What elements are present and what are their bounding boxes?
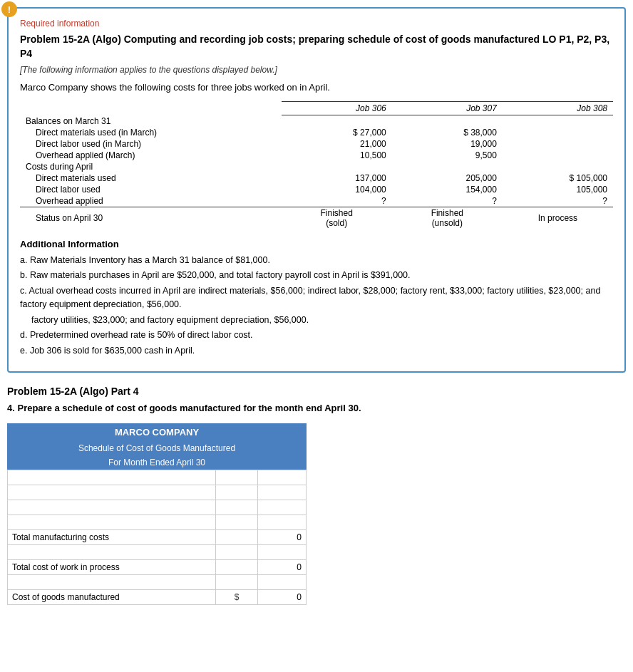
cell-j306: 137,000 bbox=[282, 172, 392, 184]
intro-text: Marco Company shows the following costs … bbox=[20, 82, 613, 93]
part-section: Problem 15-2A (Algo) Part 4 4. Prepare a… bbox=[7, 386, 626, 605]
schedule-row-1-value[interactable] bbox=[257, 470, 306, 485]
applies-text: [The following information applies to th… bbox=[20, 65, 613, 75]
schedule-row-6-value-input[interactable] bbox=[220, 577, 253, 587]
schedule-row-2-input[interactable] bbox=[216, 485, 258, 500]
cell-j306: 10,500 bbox=[282, 150, 392, 161]
cell-j307: ? bbox=[392, 195, 503, 207]
main-container: ! Required information Problem 15-2A (Al… bbox=[7, 7, 626, 373]
table-row: Direct materials used (in March) $ 27,00… bbox=[20, 127, 613, 138]
schedule-row-5-label-input[interactable] bbox=[12, 547, 211, 557]
cogm-label: Cost of goods manufactured bbox=[8, 589, 216, 604]
schedule-row-1-input[interactable] bbox=[216, 470, 258, 485]
schedule-row-4-value[interactable] bbox=[257, 515, 306, 529]
alert-icon: ! bbox=[1, 1, 17, 17]
row-label: Direct labor used bbox=[20, 184, 282, 195]
additional-info-item-a: a. Raw Materials Inventory has a March 3… bbox=[20, 254, 613, 267]
cell-j306: Finished(sold) bbox=[282, 207, 392, 229]
cell-j306: ? bbox=[282, 195, 392, 207]
schedule-row-2-label[interactable] bbox=[8, 485, 216, 500]
schedule-period: For Month Ended April 30 bbox=[7, 455, 307, 470]
schedule-row-1-label-input[interactable] bbox=[12, 472, 211, 482]
schedule-row-6-total-input[interactable] bbox=[262, 577, 302, 587]
table-row: Overhead applied (March) 10,500 9,500 bbox=[20, 150, 613, 161]
section-label: Balances on March 31 bbox=[20, 115, 282, 127]
part-question: 4. Prepare a schedule of cost of goods m… bbox=[7, 403, 626, 413]
schedule-row-2-value[interactable] bbox=[257, 485, 306, 500]
schedule-row-2-total-input[interactable] bbox=[262, 487, 302, 497]
row-label: Status on April 30 bbox=[20, 207, 282, 229]
cell-j306: 21,000 bbox=[282, 138, 392, 150]
schedule-title: Schedule of Cost of Goods Manufactured bbox=[7, 441, 307, 455]
total-manufacturing-row: Total manufacturing costs 0 bbox=[8, 529, 307, 544]
schedule-row-5-value-input[interactable] bbox=[220, 547, 253, 557]
table-row: Direct materials used 137,000 205,000 $ … bbox=[20, 172, 613, 184]
cell-j307: 9,500 bbox=[392, 150, 503, 161]
schedule-row-4-value-input[interactable] bbox=[220, 517, 253, 527]
additional-info-item-b: b. Raw materials purchases in April are … bbox=[20, 269, 613, 282]
schedule-row-4[interactable] bbox=[8, 515, 307, 529]
schedule-row-1-total-input[interactable] bbox=[262, 472, 302, 482]
total-manufacturing-value: 0 bbox=[257, 529, 306, 544]
cell-j307: 19,000 bbox=[392, 138, 503, 150]
schedule-row-3-value-input[interactable] bbox=[220, 502, 253, 512]
schedule-row-3-label-input[interactable] bbox=[12, 502, 211, 512]
schedule-row-6-value[interactable] bbox=[257, 574, 306, 589]
schedule-row-2-value-input[interactable] bbox=[220, 487, 253, 497]
row-label: Direct materials used (in March) bbox=[20, 127, 282, 138]
schedule-wrapper: MARCO COMPANY Schedule of Cost of Goods … bbox=[7, 423, 307, 605]
cell-j307: 154,000 bbox=[392, 184, 503, 195]
cell-j306: 104,000 bbox=[282, 184, 392, 195]
cell-j308 bbox=[503, 138, 613, 150]
schedule-row-4-input[interactable] bbox=[216, 515, 258, 529]
cell-j308: ? bbox=[503, 195, 613, 207]
schedule-row-6-label-input[interactable] bbox=[12, 577, 211, 587]
additional-info-item-d: d. Predetermined overhead rate is 50% of… bbox=[20, 329, 613, 342]
cell-j308: $ 105,000 bbox=[503, 172, 613, 184]
total-work-row: Total cost of work in process 0 bbox=[8, 559, 307, 574]
total-work-label: Total cost of work in process bbox=[8, 559, 216, 574]
cogm-dollar: $ bbox=[216, 589, 258, 604]
total-manufacturing-input bbox=[216, 529, 258, 544]
schedule-row-4-label-input[interactable] bbox=[12, 517, 211, 527]
cell-j308: In process bbox=[503, 207, 613, 229]
schedule-row-3[interactable] bbox=[8, 500, 307, 515]
schedule-row-5-label[interactable] bbox=[8, 544, 216, 559]
part-title: Problem 15-2A (Algo) Part 4 bbox=[7, 386, 626, 397]
additional-info-item-e: e. Job 306 is sold for $635,000 cash in … bbox=[20, 344, 613, 358]
schedule-row-2-label-input[interactable] bbox=[12, 487, 211, 497]
required-info-label: Required information bbox=[20, 19, 613, 29]
schedule-row-3-input[interactable] bbox=[216, 500, 258, 515]
row-label: Direct labor used (in March) bbox=[20, 138, 282, 150]
schedule-row-6-input[interactable] bbox=[216, 574, 258, 589]
table-row: Direct labor used (in March) 21,000 19,0… bbox=[20, 138, 613, 150]
schedule-row-4-label[interactable] bbox=[8, 515, 216, 529]
cell-j308 bbox=[503, 150, 613, 161]
schedule-row-5-value[interactable] bbox=[257, 544, 306, 559]
cell-j308: 105,000 bbox=[503, 184, 613, 195]
col-header-j306: Job 306 bbox=[282, 102, 392, 115]
schedule-row-3-label[interactable] bbox=[8, 500, 216, 515]
schedule-row-1-label[interactable] bbox=[8, 470, 216, 485]
problem-title: Problem 15-2A (Algo) Computing and recor… bbox=[20, 33, 613, 61]
table-row: Balances on March 31 bbox=[20, 115, 613, 127]
schedule-row-5-input[interactable] bbox=[216, 544, 258, 559]
schedule-row-3-total-input[interactable] bbox=[262, 502, 302, 512]
schedule-row-after-total[interactable] bbox=[8, 544, 307, 559]
cell-j306: $ 27,000 bbox=[282, 127, 392, 138]
schedule-row-5-total-input[interactable] bbox=[262, 547, 302, 557]
total-manufacturing-label: Total manufacturing costs bbox=[8, 529, 216, 544]
cost-table: Job 306 Job 307 Job 308 Balances on Marc… bbox=[20, 101, 613, 229]
additional-info-item-c-cont: factory utilities, $23,000; and factory … bbox=[20, 314, 613, 327]
table-row: Costs during April bbox=[20, 161, 613, 172]
table-row: Overhead applied ? ? ? bbox=[20, 195, 613, 207]
row-label: Overhead applied (March) bbox=[20, 150, 282, 161]
schedule-row-1-value-input[interactable] bbox=[220, 472, 253, 482]
schedule-row-4-total-input[interactable] bbox=[262, 517, 302, 527]
schedule-row-1[interactable] bbox=[8, 470, 307, 485]
schedule-row-6-label[interactable] bbox=[8, 574, 216, 589]
row-label: Direct materials used bbox=[20, 172, 282, 184]
schedule-row-before-cogm[interactable] bbox=[8, 574, 307, 589]
schedule-row-3-value[interactable] bbox=[257, 500, 306, 515]
schedule-row-2[interactable] bbox=[8, 485, 307, 500]
